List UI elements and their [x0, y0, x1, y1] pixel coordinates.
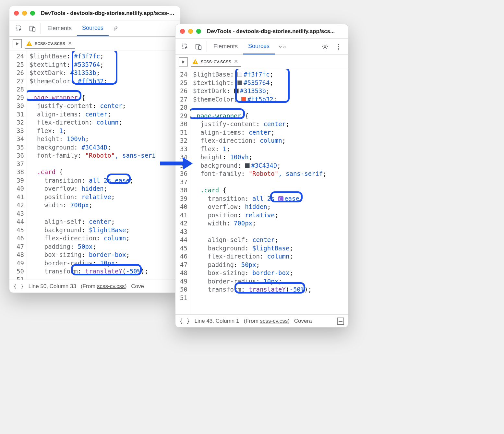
minimize-icon[interactable] [22, 11, 27, 16]
file-tab-bar: scss-cv.scss ✕ [175, 55, 348, 69]
tab-elements[interactable]: Elements [42, 20, 77, 36]
device-toggle-icon[interactable] [192, 39, 205, 54]
cursor-position: Line 43, Column 1 [195, 318, 239, 324]
file-tab[interactable]: scss-cv.scss ✕ [25, 39, 75, 49]
code-editor[interactable]: 24 25 26 27 28 29 30 31 32 33 34 35 36 3… [9, 51, 180, 280]
file-tab-bar: scss-cv.scss ✕ [9, 37, 180, 51]
more-tabs-icon[interactable]: » [275, 39, 288, 54]
svg-rect-5 [198, 46, 201, 49]
sourcemap-info: (From scss-cv.css) [244, 318, 290, 324]
svg-rect-2 [32, 28, 35, 31]
devtools-window-right: DevTools - devtools-dbg-stories.netlify.… [175, 24, 348, 328]
tab-elements[interactable]: Elements [208, 39, 243, 54]
svg-point-7 [338, 44, 339, 45]
coverage-label: Cove [131, 283, 144, 290]
file-tab[interactable]: scss-cv.scss ✕ [191, 57, 241, 67]
file-name: scss-cv.scss [201, 58, 231, 65]
format-icon[interactable]: { } [13, 283, 24, 290]
svg-point-8 [338, 46, 339, 47]
maximize-icon[interactable] [196, 29, 201, 34]
file-name: scss-cv.scss [35, 40, 65, 47]
cursor-position: Line 50, Column 33 [29, 283, 76, 290]
navigator-toggle-icon[interactable] [13, 39, 22, 48]
tab-sources[interactable]: Sources [77, 20, 109, 36]
devtools-window-left: DevTools - devtools-dbg-stories.netlify.… [9, 6, 180, 293]
code-content: $lightBase: #f3f7fc; $textLight: #535764… [27, 51, 180, 280]
format-icon[interactable]: { } [179, 318, 190, 324]
line-gutter: 24 25 26 27 28 29 30 31 32 33 34 35 36 3… [175, 69, 190, 314]
window-title: DevTools - devtools-dbg-stories.netlify.… [207, 28, 343, 35]
svg-point-9 [338, 48, 339, 50]
navigator-toggle-icon[interactable] [179, 57, 188, 66]
status-bar: { } Line 50, Column 33 (From scss-cv.css… [9, 280, 180, 293]
traffic-lights [180, 29, 201, 34]
status-bar: { } Line 43, Column 1 (From scss-cv.css)… [175, 314, 348, 327]
inspect-icon[interactable] [12, 20, 26, 36]
line-gutter: 24 25 26 27 28 29 30 31 32 33 34 35 36 3… [9, 51, 27, 280]
sourcemap-info: (From scss-cv.css) [81, 283, 126, 290]
drawer-toggle-icon[interactable] [337, 318, 344, 325]
close-icon[interactable] [180, 29, 185, 34]
titlebar: DevTools - devtools-dbg-stories.netlify.… [175, 24, 348, 39]
window-title: DevTools - devtools-dbg-stories.netlify.… [41, 10, 175, 17]
coverage-label: Covera [294, 318, 312, 324]
sourcemap-link[interactable]: scss-cv.css [260, 318, 288, 324]
svg-point-6 [324, 46, 326, 48]
titlebar: DevTools - devtools-dbg-stories.netlify.… [9, 6, 180, 20]
bezier-icon[interactable] [278, 196, 283, 201]
close-tab-icon[interactable]: ✕ [68, 40, 72, 46]
device-toggle-icon[interactable] [26, 20, 39, 36]
maximize-icon[interactable] [30, 11, 35, 16]
warning-icon [26, 41, 32, 46]
warning-icon [192, 59, 198, 64]
code-content: $lightBase: #f3f7fc; $textLight: #535764… [190, 69, 348, 314]
settings-icon[interactable] [318, 39, 332, 54]
minimize-icon[interactable] [188, 29, 193, 34]
more-tabs-icon[interactable] [109, 20, 122, 36]
inspect-icon[interactable] [178, 39, 192, 54]
main-toolbar: Elements Sources [9, 20, 180, 37]
sourcemap-link[interactable]: scss-cv.css [97, 283, 125, 289]
close-tab-icon[interactable]: ✕ [234, 58, 238, 65]
traffic-lights [14, 11, 35, 16]
code-editor[interactable]: 24 25 26 27 28 29 30 31 32 33 34 35 36 3… [175, 69, 348, 314]
tab-sources[interactable]: Sources [243, 39, 275, 54]
close-icon[interactable] [14, 11, 19, 16]
kebab-menu-icon[interactable] [332, 39, 345, 54]
main-toolbar: Elements Sources » [175, 39, 348, 55]
